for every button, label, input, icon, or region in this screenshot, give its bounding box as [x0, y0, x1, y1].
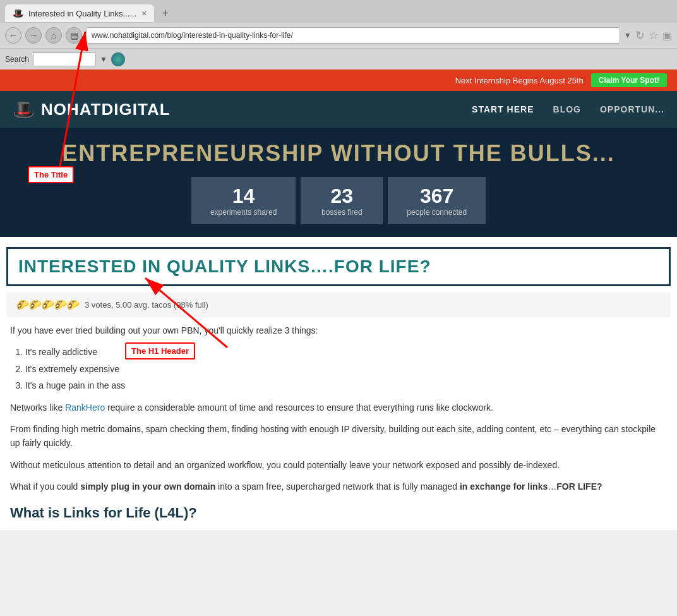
nav-blog[interactable]: BLOG	[553, 104, 581, 114]
logo-digital: DIGITAL	[102, 100, 171, 119]
paragraph-plugin: What if you could simply plug in your ow…	[10, 480, 667, 493]
stat-bosses: 23 bosses fired	[301, 177, 383, 224]
bold-phrase2: in exchange for links	[460, 481, 548, 492]
address-bar-row: ← → ⌂ ▤ ▼ ↻ ☆ ▣	[0, 23, 677, 48]
tab-close-button[interactable]: ×	[141, 8, 147, 18]
bookmark-button[interactable]: ▣	[662, 30, 672, 42]
tab-title: Interested in Quality Links......	[28, 9, 136, 18]
logo-hat-icon: 🎩	[13, 99, 35, 120]
nav-opportun[interactable]: OPPORTUN...	[600, 104, 664, 114]
globe-icon	[111, 52, 125, 66]
stat-bosses-number: 23	[320, 184, 364, 208]
search-dropdown[interactable]: ▼	[100, 55, 107, 64]
content-title-box: INTERESTED IN QUALITY LINKS….FOR LIFE?	[6, 247, 671, 286]
notification-bar: Next Internship Begins August 25th Claim…	[0, 69, 677, 91]
the-title-annotation: The Title	[28, 166, 74, 183]
hero-title: ENTREPRENEURSHIP WITHOUT THE BULLS...	[62, 140, 614, 167]
stat-people-number: 367	[407, 184, 467, 208]
browser-chrome: 🎩 Interested in Quality Links...... × + …	[0, 0, 677, 69]
paragraph-intro: If you have ever tried building out your…	[10, 323, 667, 337]
active-tab[interactable]: 🎩 Interested in Quality Links...... ×	[5, 4, 154, 22]
refresh-button[interactable]: ↻	[635, 28, 645, 42]
tab-favicon: 🎩	[13, 8, 23, 18]
nav-links: START HERE BLOG OPPORTUN...	[472, 104, 664, 114]
what-is-l4l-heading: What is Links for Life (L4L)?	[10, 502, 667, 524]
hero-title-part1: ENTREPRENEURSHIP WITHOUT THE	[62, 140, 502, 166]
stat-experiments-number: 14	[210, 184, 277, 208]
address-input[interactable]	[86, 27, 620, 44]
article-body: If you have ever tried building out your…	[0, 317, 677, 530]
bold-for-life: FOR LIFE?	[556, 481, 602, 492]
dropdown-button[interactable]: ▼	[624, 31, 632, 40]
stats-row: 14 experiments shared 23 bosses fired 36…	[191, 177, 486, 224]
rating-text: 3 votes, 5.00 avg. tacos (98% full)	[85, 300, 208, 310]
logo-nohat: NOHAT	[41, 100, 102, 119]
rankhero-link[interactable]: RankHero	[65, 402, 105, 413]
rating-bar: 🌮🌮🌮🌮🌮 3 votes, 5.00 avg. tacos (98% full…	[6, 293, 671, 317]
bold-phrase1: simply plug in your own domain	[80, 481, 215, 492]
search-label: Search	[5, 55, 29, 64]
logo-text: NOHATDIGITAL	[41, 100, 171, 119]
list-item: It's really addictive	[25, 345, 667, 359]
paragraph-attention: Without meticulous attention to detail a…	[10, 458, 667, 472]
content-title: INTERESTED IN QUALITY LINKS….FOR LIFE?	[18, 257, 659, 277]
stat-people-label: people connected	[407, 208, 467, 217]
notif-text: Next Internship Begins August 25th	[455, 76, 584, 85]
home-button[interactable]: ⌂	[45, 27, 62, 44]
the-h1-header-annotation: The H1 Header	[125, 342, 195, 359]
star-button[interactable]: ☆	[649, 28, 659, 42]
stat-experiments: 14 experiments shared	[191, 177, 296, 224]
hero-title-part2: BULLS...	[510, 140, 615, 166]
forward-button[interactable]: →	[25, 27, 42, 44]
main-content: INTERESTED IN QUALITY LINKS….FOR LIFE? 🌮…	[0, 237, 677, 530]
website: 🎩 NOHATDIGITAL START HERE BLOG OPPORTUN.…	[0, 91, 677, 530]
paragraph-domains: From finding high metric domains, spam c…	[10, 422, 667, 450]
history-button[interactable]: ▤	[66, 27, 82, 44]
list-item: It's a huge pain in the ass	[25, 378, 667, 392]
taco-rating-icons: 🌮🌮🌮🌮🌮	[16, 299, 80, 311]
stat-experiments-label: experiments shared	[210, 208, 277, 217]
list-item: It's extremely expensive	[25, 362, 667, 376]
toolbar-row: Search ▼	[0, 48, 677, 69]
nav-start-here[interactable]: START HERE	[472, 104, 534, 114]
stat-people: 367 people connected	[388, 177, 486, 224]
hero-section: ENTREPRENEURSHIP WITHOUT THE BULLS... 14…	[0, 128, 677, 237]
stat-bosses-label: bosses fired	[320, 208, 364, 217]
claim-spot-button[interactable]: Claim Your Spot!	[591, 73, 667, 87]
site-nav: 🎩 NOHATDIGITAL START HERE BLOG OPPORTUN.…	[0, 91, 677, 128]
search-input[interactable]	[33, 52, 96, 66]
tab-bar: 🎩 Interested in Quality Links...... × +	[0, 0, 677, 23]
back-button[interactable]: ←	[5, 27, 21, 44]
logo-area: 🎩 NOHATDIGITAL	[13, 99, 472, 120]
paragraph-rankhero: Networks like RankHero require a conside…	[10, 401, 667, 414]
new-tab-button[interactable]: +	[157, 7, 174, 20]
list: It's really addictive It's extremely exp…	[25, 345, 667, 392]
